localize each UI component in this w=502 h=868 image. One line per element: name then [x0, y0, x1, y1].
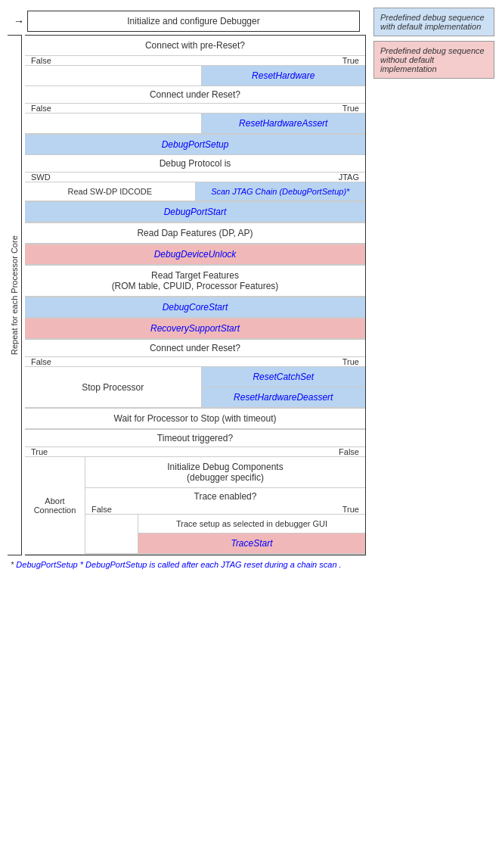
- trace-setup-box: Trace setup as selected in debugger GUI: [138, 515, 365, 534]
- reset-hardware-assert-box: ResetHardwareAssert: [202, 114, 366, 133]
- connect-prereset-decision: Connect with pre-Reset?: [25, 36, 365, 56]
- debug-device-unlock-box: DebugDeviceUnlock: [25, 244, 365, 265]
- under-reset2-labels: False True: [25, 357, 365, 366]
- under-reset1-labels: False True: [25, 104, 365, 113]
- reset-hardware-box: ResetHardware: [202, 66, 366, 86]
- prereset-false-area: [25, 66, 202, 86]
- debug-protocol-decision: Debug Protocol is: [25, 155, 365, 173]
- jtag-area: Scan JTAG Chain (DebugPortSetup)*: [196, 182, 366, 201]
- reset-catch-deassert-area: ResetCatchSet ResetHardwareDeassert: [202, 367, 366, 407]
- footnote: * DebugPortSetup * DebugPortSetup is cal…: [8, 555, 366, 571]
- trace-false-area: [85, 515, 138, 553]
- under-reset1-false-area: [25, 114, 202, 133]
- debug-core-start-box: DebugCoreStart: [25, 297, 365, 318]
- legend-area: Predefined debug sequence with default i…: [373, 8, 494, 571]
- legend-pink-box: Predefined debug sequence without defaul…: [373, 41, 494, 79]
- init-debug-box: Initialize Debug Components (debugger sp…: [85, 457, 365, 488]
- under-reset1-true-area: ResetHardwareAssert: [202, 114, 366, 133]
- timeout-outer-row: Abort Connection Initialize Debug Compon…: [25, 456, 365, 555]
- legend-blue-box: Predefined debug sequence with default i…: [373, 8, 494, 36]
- prereset-true-area: ResetHardware: [202, 66, 366, 86]
- protocol-split-row: Read SW-DP IDCODE Scan JTAG Chain (Debug…: [25, 182, 365, 201]
- stop-processor-row: Stop Processor ResetCatchSet ResetHardwa…: [25, 366, 365, 408]
- prereset-labels: False True: [25, 56, 365, 65]
- repeat-label: Repeat for each Processor Core: [8, 35, 22, 555]
- connect-under-reset1-decision: Connect under Reset?: [25, 86, 365, 104]
- connect-under-reset2-decision: Connect under Reset?: [25, 339, 365, 357]
- trace-labels: False True: [85, 505, 365, 514]
- main-container: → Initialize and configure Debugger Repe…: [0, 0, 502, 578]
- recovery-support-start-box: RecoverySupportStart: [25, 318, 365, 339]
- init-box: Initialize and configure Debugger: [27, 11, 360, 32]
- protocol-labels: SWD JTAG: [25, 173, 365, 182]
- trace-decision: Trace enabled?: [85, 488, 365, 505]
- timeout-right-area: Initialize Debug Components (debugger sp…: [85, 457, 365, 554]
- debug-port-start-box: DebugPortStart: [25, 201, 365, 222]
- reset-hardware-row: ResetHardware: [25, 65, 365, 86]
- stop-processor-area: Stop Processor: [25, 367, 202, 407]
- read-dap-box: Read Dap Features (DP, AP): [25, 222, 365, 244]
- trace-true-area: Trace setup as selected in debugger GUI …: [138, 515, 365, 553]
- abort-connection-area: Abort Connection: [25, 457, 85, 554]
- init-row: → Initialize and configure Debugger: [8, 8, 366, 35]
- timeout-labels: True False: [25, 447, 365, 456]
- diagram-area: → Initialize and configure Debugger Repe…: [8, 8, 366, 571]
- wait-processor-box: Wait for Processor to Stop (with timeout…: [25, 408, 365, 429]
- flow-chart: Connect with pre-Reset? False True Reset…: [25, 35, 366, 555]
- diagram-wrapper: Repeat for each Processor Core Connect w…: [8, 35, 366, 555]
- trace-start-box: TraceStart: [138, 534, 365, 553]
- debug-port-setup-box: DebugPortSetup: [25, 134, 365, 155]
- timeout-decision: Timeout triggered?: [25, 429, 365, 447]
- read-target-box: Read Target Features (ROM table, CPUID, …: [25, 265, 365, 297]
- reset-hardware-deassert-box: ResetHardwareDeassert: [202, 387, 366, 407]
- reset-catch-set-box: ResetCatchSet: [202, 367, 366, 387]
- reset-hardware-assert-row: ResetHardwareAssert: [25, 113, 365, 134]
- start-arrow: →: [14, 15, 24, 27]
- swd-area: Read SW-DP IDCODE: [25, 182, 196, 201]
- trace-split-row: Trace setup as selected in debugger GUI …: [85, 514, 365, 554]
